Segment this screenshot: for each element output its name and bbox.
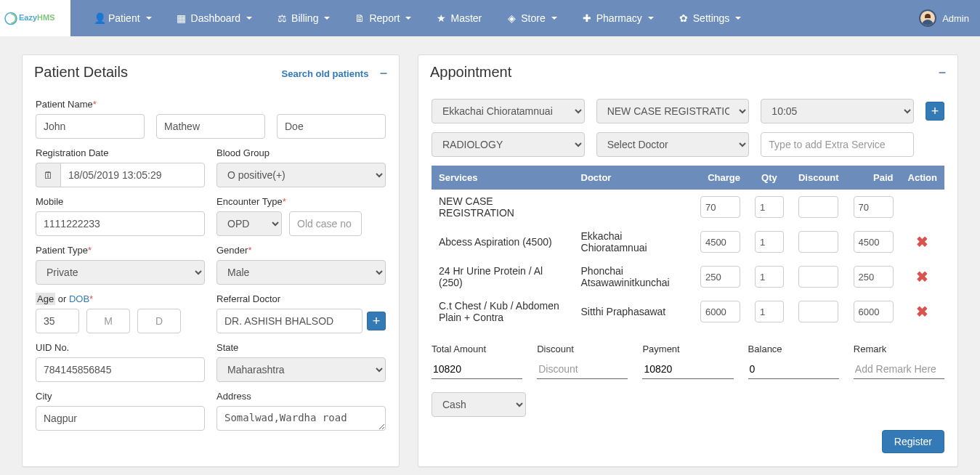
mobile-input[interactable] bbox=[36, 211, 205, 236]
patient-details-panel: Patient Details Search old patients – Pa… bbox=[22, 54, 400, 467]
svc-doctor: Sitthi Praphasawat bbox=[574, 294, 693, 329]
caret-icon bbox=[551, 17, 557, 20]
gender-select[interactable]: Male bbox=[216, 260, 386, 285]
charge-input[interactable] bbox=[700, 266, 740, 288]
svc-name: 24 Hr Urine Protein / Al (250) bbox=[432, 259, 574, 294]
nav-settings[interactable]: ✿Settings bbox=[670, 1, 750, 35]
age-m-input[interactable] bbox=[86, 309, 130, 333]
address-label: Address bbox=[216, 391, 386, 402]
collapse-icon[interactable]: – bbox=[931, 65, 946, 80]
age-y-input[interactable] bbox=[36, 309, 79, 333]
old-case-input[interactable] bbox=[289, 211, 362, 236]
nav-report[interactable]: 🗎Report bbox=[346, 1, 420, 35]
qty-input[interactable] bbox=[755, 301, 784, 322]
nav-master[interactable]: ★Master bbox=[427, 1, 490, 35]
remark-input[interactable] bbox=[854, 359, 944, 379]
row-discount-input[interactable] bbox=[798, 266, 838, 288]
row-discount-input[interactable] bbox=[798, 196, 838, 218]
nav-menu: 👤Patient ▦Dashboard ⚖Billing 🗎Report ★Ma… bbox=[70, 1, 750, 35]
caret-icon bbox=[735, 17, 741, 20]
add-referral-button[interactable]: + bbox=[367, 312, 386, 330]
nav-patient[interactable]: 👤Patient bbox=[85, 1, 161, 35]
services-table: Services Doctor Charge Qty Discount Paid… bbox=[432, 166, 944, 329]
appointment-panel: Appointment – Ekkachai Chioratamnuai NEW… bbox=[418, 54, 958, 467]
th-services: Services bbox=[432, 166, 574, 190]
city-input[interactable] bbox=[36, 406, 205, 431]
nav-user[interactable]: Admin bbox=[919, 9, 980, 27]
th-doctor: Doctor bbox=[574, 166, 693, 190]
svg-text:EazyHMS: EazyHMS bbox=[19, 13, 55, 22]
caret-icon bbox=[648, 17, 654, 20]
diamond-icon: ◈ bbox=[506, 12, 517, 24]
search-old-patients-link[interactable]: Search old patients bbox=[282, 68, 369, 79]
calendar-icon[interactable]: 🗓 bbox=[36, 163, 60, 187]
register-button[interactable]: Register bbox=[882, 430, 944, 453]
balance-input[interactable] bbox=[748, 359, 839, 379]
th-paid: Paid bbox=[846, 166, 901, 190]
state-select[interactable]: Maharashtra bbox=[216, 357, 386, 382]
charge-input[interactable] bbox=[700, 301, 740, 322]
file-icon: 🗎 bbox=[355, 12, 365, 24]
paid-input[interactable] bbox=[854, 301, 894, 322]
delete-icon[interactable]: ✖ bbox=[916, 269, 928, 285]
row-discount-input[interactable] bbox=[798, 231, 838, 253]
nav-pharmacy[interactable]: ✚Pharmacy bbox=[573, 1, 663, 35]
mobile-label: Mobile bbox=[36, 196, 205, 207]
charge-input[interactable] bbox=[700, 231, 740, 253]
blood-group-select[interactable]: O positive(+) bbox=[216, 163, 386, 187]
gear-icon: ✿ bbox=[679, 12, 689, 24]
age-d-input[interactable] bbox=[137, 309, 181, 333]
paid-input[interactable] bbox=[854, 266, 894, 288]
discount-label: Discount bbox=[537, 344, 628, 354]
encounter-select[interactable]: OPD bbox=[216, 211, 282, 236]
doctor-select[interactable]: Select Doctor bbox=[596, 132, 750, 157]
qty-input[interactable] bbox=[755, 266, 784, 288]
payment-label: Payment bbox=[642, 344, 733, 354]
last-name-input[interactable] bbox=[277, 114, 386, 139]
paid-input[interactable] bbox=[854, 231, 894, 253]
department-select[interactable]: RADIOLOGY bbox=[432, 132, 585, 157]
th-discount: Discount bbox=[791, 166, 846, 190]
svc-name: Abcess Aspiration (4500) bbox=[432, 224, 574, 259]
state-label: State bbox=[216, 342, 386, 353]
city-label: City bbox=[36, 391, 205, 402]
table-row: 24 Hr Urine Protein / Al (250)Phonchai A… bbox=[432, 259, 944, 294]
qty-input[interactable] bbox=[755, 196, 784, 218]
row-discount-input[interactable] bbox=[798, 301, 838, 322]
logo[interactable]: EazyHMS bbox=[0, 0, 70, 36]
uid-label: UID No. bbox=[36, 342, 205, 353]
discount-input[interactable] bbox=[537, 359, 628, 379]
reg-date-input[interactable] bbox=[60, 163, 205, 187]
first-name-input[interactable] bbox=[36, 114, 145, 139]
time-select[interactable]: 10:05 bbox=[761, 99, 914, 123]
case-type-select[interactable]: NEW CASE REGISTRATION bbox=[596, 99, 750, 123]
charge-input[interactable] bbox=[700, 196, 740, 218]
address-input[interactable]: Somalwad,Wardha road bbox=[216, 406, 386, 431]
nav-billing[interactable]: ⚖Billing bbox=[268, 1, 339, 35]
svc-doctor: Phonchai Atsawawinitkunchai bbox=[574, 259, 693, 294]
delete-icon[interactable]: ✖ bbox=[916, 234, 928, 250]
nav-dashboard[interactable]: ▦Dashboard bbox=[168, 1, 262, 35]
medkit-icon: ✚ bbox=[582, 12, 592, 24]
uid-input[interactable] bbox=[36, 357, 205, 382]
table-row: NEW CASE REGISTRATION bbox=[432, 190, 944, 224]
extra-service-input[interactable] bbox=[761, 132, 914, 157]
paid-input[interactable] bbox=[854, 196, 894, 218]
payment-input[interactable] bbox=[642, 359, 733, 379]
qty-input[interactable] bbox=[755, 231, 784, 253]
encounter-label: Encounter Type bbox=[216, 196, 386, 207]
add-appointment-button[interactable]: + bbox=[926, 102, 944, 121]
remark-label: Remark bbox=[854, 344, 944, 354]
total-input[interactable] bbox=[432, 359, 522, 379]
blood-group-label: Blood Group bbox=[216, 147, 386, 158]
payment-mode-select[interactable]: Cash bbox=[432, 392, 526, 417]
delete-icon[interactable]: ✖ bbox=[916, 304, 928, 320]
collapse-icon[interactable]: – bbox=[373, 65, 387, 80]
middle-name-input[interactable] bbox=[156, 114, 265, 139]
nav-store[interactable]: ◈Store bbox=[498, 1, 565, 35]
panel-title: Patient Details bbox=[34, 64, 128, 81]
referral-input[interactable] bbox=[216, 309, 363, 333]
dob-toggle[interactable]: DOB bbox=[69, 293, 93, 304]
patient-type-select[interactable]: Private bbox=[36, 260, 205, 285]
consultant-select[interactable]: Ekkachai Chioratamnuai bbox=[432, 99, 585, 123]
